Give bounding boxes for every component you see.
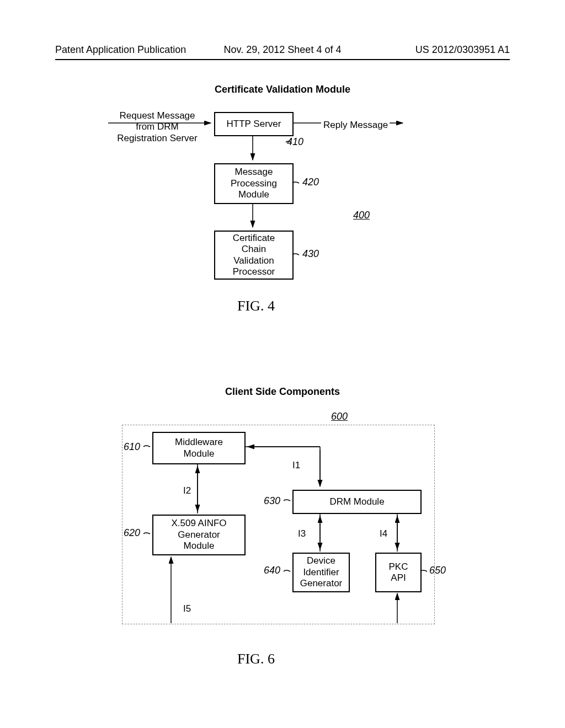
fig6-box-pkc-api: PKCAPI [375, 553, 422, 592]
fig6-i1: I1 [292, 460, 300, 471]
fig6-i4: I4 [380, 528, 387, 539]
fig4-reply-label: Reply Message [323, 120, 388, 131]
fig6-ref-610: 610 [124, 441, 140, 453]
fig6-ref-600: 600 [331, 411, 348, 422]
fig6-box-drm: DRM Module [292, 490, 422, 514]
fig6-i3: I3 [298, 528, 306, 539]
fig6-box-x509-ainfo: X.509 AINFOGeneratorModule [152, 515, 246, 555]
fig6-ref-650: 650 [429, 565, 446, 576]
header-right: US 2012/0303951 A1 [358, 44, 510, 56]
fig6-ref-620: 620 [124, 527, 140, 539]
page: Patent Application Publication Nov. 29, … [0, 0, 565, 728]
fig6-ref-640: 640 [264, 565, 280, 576]
fig4-ref-400: 400 [353, 210, 370, 221]
fig4-ref-430: 430 [302, 248, 319, 260]
header-center: Nov. 29, 2012 Sheet 4 of 4 [207, 44, 359, 56]
fig6-ref-630: 630 [264, 495, 280, 507]
header-left: Patent Application Publication [55, 44, 207, 56]
page-header: Patent Application Publication Nov. 29, … [55, 44, 510, 60]
fig6-i2: I2 [183, 485, 191, 496]
fig4-title: Certificate Validation Module [0, 84, 565, 95]
fig4-ref-420: 420 [302, 176, 319, 188]
fig6-title: Client Side Components [0, 386, 565, 398]
fig6-box-device-id: DeviceIdentifierGenerator [292, 553, 350, 592]
fig6-i5: I5 [183, 603, 191, 614]
fig6-caption: FIG. 6 [237, 651, 275, 667]
fig4-box-cert-chain-validation: CertificateChainValidationProcessor [214, 231, 294, 280]
fig4-request-label: Request Messagefrom DRMRegistration Serv… [110, 110, 204, 144]
fig4-ref-410: 410 [287, 136, 303, 148]
fig4-box-message-processing: MessageProcessingModule [214, 163, 294, 204]
fig4-box-http-server: HTTP Server [214, 112, 294, 136]
fig4-caption: FIG. 4 [237, 298, 275, 314]
fig6-box-middleware: MiddlewareModule [152, 432, 246, 464]
